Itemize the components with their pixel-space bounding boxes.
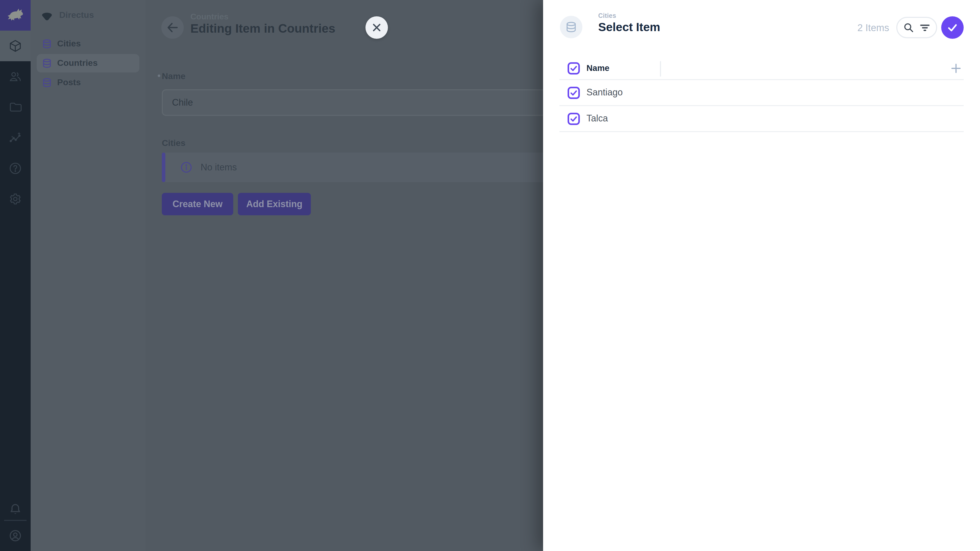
notice-accent-bar [162,152,165,182]
notifications-button[interactable] [0,494,30,524]
table-row[interactable]: Santiago [559,80,964,106]
box-icon [9,39,22,52]
module-docs[interactable] [0,153,30,184]
folder-icon [9,100,22,114]
breadcrumb[interactable]: Countries [190,12,228,21]
row-name-cell: Santiago [587,87,623,98]
collection-list: Cities Countries Posts [30,34,145,93]
add-existing-button[interactable]: Add Existing [238,193,311,215]
create-new-button[interactable]: Create New [162,193,233,215]
module-files[interactable] [0,92,30,122]
module-users[interactable] [0,61,30,92]
sidebar-item-countries[interactable]: Countries [37,54,139,73]
select-all-checkbox[interactable] [568,62,580,74]
info-icon [180,161,192,173]
collection-label: Posts [57,78,81,88]
item-count: 2 Items [857,22,889,34]
back-button[interactable] [161,16,184,39]
users-icon [9,70,22,83]
module-bar [0,0,30,551]
check-icon [946,21,959,34]
database-icon [565,21,577,33]
column-header-name[interactable]: Name [587,63,609,73]
table-row[interactable]: Talca [559,106,964,132]
search-icon[interactable] [903,22,914,33]
name-field-label: Name [162,71,186,82]
select-item-drawer: Cities Select Item 2 Items [543,0,980,551]
table-header-row: Name [559,57,964,80]
module-content[interactable] [0,30,30,61]
gear-icon [9,192,22,206]
items-table: Name Santiago Talca [559,57,964,132]
project-chooser[interactable]: Directus [30,0,145,30]
search-filter-pill [896,17,937,38]
rabbit-logo-icon [6,6,24,24]
table-body: Santiago Talca [559,80,964,132]
close-drawer-button[interactable] [366,16,388,39]
navigation-panel: Directus Cities Countries [30,0,145,551]
database-icon [42,78,52,88]
insights-icon [9,131,22,144]
help-icon [9,162,22,175]
account-circle-icon [9,529,22,542]
name-input-value: Chile [172,97,193,108]
sidebar-item-cities[interactable]: Cities [37,35,139,53]
row-checkbox[interactable] [568,86,580,99]
confirm-selection-button[interactable] [941,16,964,39]
collection-label: Countries [57,58,98,68]
row-name-cell: Talca [587,113,608,124]
project-logo-icon [41,9,53,21]
module-insights[interactable] [0,122,30,153]
add-column-icon[interactable] [950,62,963,75]
database-icon [42,58,52,68]
drawer-title: Select Item [598,21,660,34]
database-icon [42,39,52,49]
drawer-collection-label: Cities [598,12,616,19]
filter-icon[interactable] [919,22,931,33]
arrow-left-icon [166,21,179,34]
directus-app: Countries Editing Item in Countries Name… [0,0,980,551]
no-items-text: No items [200,162,237,173]
close-icon [371,22,382,33]
account-button[interactable] [0,520,30,551]
bell-icon [9,503,22,516]
collection-avatar [560,16,582,38]
directus-logo[interactable] [0,0,30,30]
row-checkbox[interactable] [568,113,580,125]
field-edited-dot [158,75,160,77]
cities-field-label: Cities [162,138,186,148]
sidebar-item-posts[interactable]: Posts [37,73,139,92]
project-name: Directus [59,10,94,21]
page-title: Editing Item in Countries [190,21,335,36]
module-settings[interactable] [0,184,30,214]
column-divider[interactable] [660,61,661,76]
collection-label: Cities [57,39,81,49]
